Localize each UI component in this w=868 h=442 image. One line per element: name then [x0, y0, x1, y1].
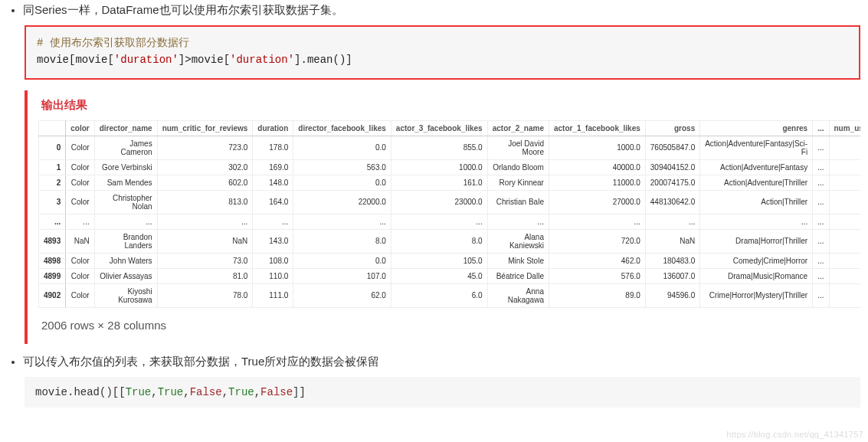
table-cell: 200074175.0 — [645, 175, 699, 190]
table-cell: Orlando Bloom — [487, 159, 549, 175]
table-cell: 8.0 — [829, 229, 860, 253]
table-cell: 1000.0 — [391, 159, 487, 175]
table-cell: James Cameron — [94, 136, 157, 159]
table-cell: Gore Verbinski — [94, 159, 157, 175]
table-cell: Crime|Horror|Mystery|Thriller — [700, 283, 813, 307]
table-cell: 45.0 — [391, 268, 487, 283]
table-header: color — [66, 120, 94, 136]
table-header: director_name — [94, 120, 157, 136]
table-cell: Color — [66, 190, 94, 214]
table-cell: 1238.0 — [829, 159, 860, 175]
table-cell: Christian Bale — [487, 190, 549, 214]
table-cell: Mink Stole — [487, 253, 549, 268]
table-cell: 855.0 — [391, 136, 487, 159]
table-cell: 161.0 — [391, 175, 487, 190]
table-row: ........................................… — [39, 214, 861, 229]
table-cell: ... — [813, 190, 829, 214]
table-row: 0ColorJames Cameron723.0178.00.0855.0Joe… — [39, 136, 861, 159]
table-cell: ... — [829, 214, 860, 229]
table-cell: 4899 — [39, 268, 66, 283]
table-cell: 994.0 — [829, 175, 860, 190]
table-header: actor_2_name — [487, 120, 549, 136]
table-cell: 4902 — [39, 283, 66, 307]
table-cell: 0.0 — [293, 136, 391, 159]
table-cell: Color — [66, 283, 94, 307]
table-cell: ... — [813, 214, 829, 229]
table-cell: 0.0 — [293, 175, 391, 190]
table-cell: ... — [700, 214, 813, 229]
table-cell: 813.0 — [157, 190, 253, 214]
table-cell: 107.0 — [293, 268, 391, 283]
dataframe-shape: 2006 rows × 28 columns — [41, 319, 860, 332]
table-header: ... — [813, 120, 829, 136]
table-cell: ... — [813, 229, 829, 253]
table-cell: Joel David Moore — [487, 136, 549, 159]
table-cell: 39.0 — [829, 268, 860, 283]
table-cell: 40000.0 — [549, 159, 645, 175]
table-cell: 602.0 — [157, 175, 253, 190]
table-header: actor_1_facebook_likes — [549, 120, 645, 136]
table-header: duration — [253, 120, 293, 136]
bullet-text-1: 同Series一样，DataFrame也可以使用布尔索引获取数据子集。 — [23, 3, 343, 16]
table-cell: Action|Adventure|Thriller — [700, 175, 813, 190]
table-cell: ... — [487, 214, 549, 229]
table-cell: Comedy|Crime|Horror — [700, 253, 813, 268]
table-cell: 73.0 — [157, 253, 253, 268]
table-cell: 94596.0 — [645, 283, 699, 307]
table-cell: 11000.0 — [549, 175, 645, 190]
table-cell: ... — [94, 214, 157, 229]
table-cell: 183.0 — [829, 253, 860, 268]
table-cell: 111.0 — [253, 283, 293, 307]
output-title: 输出结果 — [41, 98, 860, 113]
table-cell: Action|Adventure|Fantasy — [700, 159, 813, 175]
table-cell: Rory Kinnear — [487, 175, 549, 190]
table-cell: ... — [293, 214, 391, 229]
table-cell: 576.0 — [549, 268, 645, 283]
table-row: 1ColorGore Verbinski302.0169.0563.01000.… — [39, 159, 861, 175]
table-cell: 105.0 — [391, 253, 487, 268]
code-suffix: ]] — [293, 386, 306, 398]
table-cell: Color — [66, 253, 94, 268]
table-cell: Drama|Music|Romance — [700, 268, 813, 283]
table-cell: 8.0 — [293, 229, 391, 253]
dataframe-table: colordirector_namenum_critic_for_reviews… — [38, 120, 860, 308]
table-cell: 169.0 — [253, 159, 293, 175]
output-block: 输出结果 colordirector_namenum_critic_for_re… — [25, 90, 860, 344]
table-cell: 723.0 — [157, 136, 253, 159]
table-cell: ... — [157, 214, 253, 229]
table-cell: 50.0 — [829, 283, 860, 307]
table-cell: 563.0 — [293, 159, 391, 175]
table-cell: Olivier Assayas — [94, 268, 157, 283]
table-cell: 8.0 — [391, 229, 487, 253]
table-cell: Color — [66, 159, 94, 175]
table-cell: 462.0 — [549, 253, 645, 268]
table-cell: 302.0 — [157, 159, 253, 175]
table-cell: 1 — [39, 159, 66, 175]
table-cell: ... — [645, 214, 699, 229]
table-cell: ... — [813, 268, 829, 283]
table-cell: John Waters — [94, 253, 157, 268]
table-row: 4893NaNBrandon LandersNaN143.08.08.0Alan… — [39, 229, 861, 253]
table-cell: 108.0 — [253, 253, 293, 268]
table-cell: 448130642.0 — [645, 190, 699, 214]
table-cell: 2 — [39, 175, 66, 190]
table-cell: 22000.0 — [293, 190, 391, 214]
table-cell: 720.0 — [549, 229, 645, 253]
table-cell: NaN — [645, 229, 699, 253]
table-row: 4899ColorOlivier Assayas81.0110.0107.045… — [39, 268, 861, 283]
table-cell: Color — [66, 175, 94, 190]
table-cell: Béatrice Dalle — [487, 268, 549, 283]
table-cell: 89.0 — [549, 283, 645, 307]
table-cell: 180483.0 — [645, 253, 699, 268]
table-cell: ... — [813, 159, 829, 175]
table-header: num_user_for_reviews — [829, 120, 860, 136]
table-header: actor_3_facebook_likes — [391, 120, 487, 136]
table-cell: 27000.0 — [549, 190, 645, 214]
table-cell: 3054.0 — [829, 136, 860, 159]
table-cell: ... — [39, 214, 66, 229]
table-cell: Alana Kaniewski — [487, 229, 549, 253]
table-cell: Kiyoshi Kurosawa — [94, 283, 157, 307]
bool-literal: True — [158, 386, 184, 398]
table-cell: 6.0 — [391, 283, 487, 307]
table-header: gross — [645, 120, 699, 136]
